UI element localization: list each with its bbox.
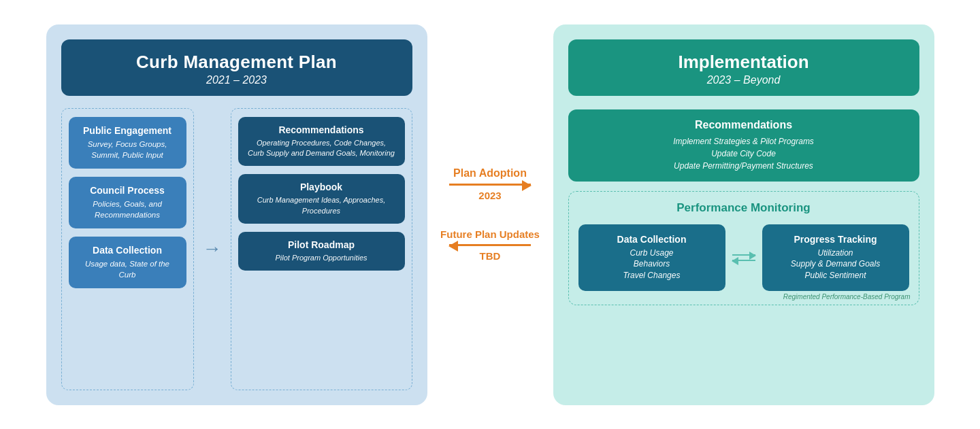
- left-content: Public Engagement Survey, Focus Groups, …: [61, 108, 412, 390]
- progress-tracking-box-title: Progress Tracking: [773, 234, 898, 245]
- data-collection-box-sub: Curb UsageBehaviorsTravel Changes: [589, 247, 715, 281]
- data-collection-left-title: Data Collection: [78, 245, 177, 256]
- plan-adoption-label: Plan Adoption: [453, 167, 527, 179]
- right-col-left-panel: Recommendations Operating Procedures, Co…: [231, 108, 412, 390]
- future-updates-year: TBD: [480, 250, 501, 262]
- public-engagement-item: Public Engagement Survey, Focus Groups, …: [69, 117, 186, 169]
- future-updates-label: Future Plan Updates: [440, 228, 540, 240]
- left-panel: Curb Management Plan 2021 – 2023 Public …: [46, 24, 427, 405]
- data-collection-box-title: Data Collection: [589, 234, 715, 245]
- playbook-title: Playbook: [248, 182, 395, 192]
- plan-adoption-block: Plan Adoption 2023: [449, 167, 531, 201]
- recommendations-right-sub: Implement Strategies & Pilot ProgramsUpd…: [581, 135, 907, 172]
- right-panel-years: 2023 – Beyond: [585, 74, 903, 86]
- data-collection-box: Data Collection Curb UsageBehaviorsTrave…: [578, 224, 725, 291]
- progress-tracking-box-sub: UtilizationSupply & Demand GoalsPublic S…: [773, 247, 898, 281]
- public-engagement-sub: Survey, Focus Groups, Summit, Public Inp…: [78, 139, 177, 160]
- pilot-roadmap-title: Pilot Roadmap: [248, 239, 395, 250]
- recommendations-left-sub: Operating Procedures, Code Changes, Curb…: [248, 138, 395, 159]
- council-process-item: Council Process Policies, Goals, and Rec…: [69, 177, 186, 228]
- data-collection-left-sub: Usage data, State of the Curb: [78, 258, 177, 280]
- pilot-roadmap-sub: Pilot Program Opportunities: [248, 253, 395, 263]
- diagram-container: Curb Management Plan 2021 – 2023 Public …: [20, 24, 960, 405]
- playbook-sub: Curb Management Ideas, Approaches, Proce…: [248, 195, 395, 216]
- future-updates-arrow-icon: [449, 244, 531, 246]
- arrow-left-icon: [732, 260, 755, 261]
- public-engagement-title: Public Engagement: [78, 125, 177, 136]
- plan-adoption-year: 2023: [478, 190, 501, 201]
- left-to-right-arrow: →: [202, 108, 223, 390]
- future-updates-block: Future Plan Updates TBD: [440, 228, 540, 262]
- left-col: Public Engagement Survey, Focus Groups, …: [61, 108, 194, 390]
- recommendations-left-title: Recommendations: [248, 124, 395, 135]
- left-panel-years: 2021 – 2023: [78, 74, 396, 86]
- right-panel-title: Implementation: [585, 52, 903, 73]
- playbook-item: Playbook Curb Management Ideas, Approach…: [238, 174, 405, 224]
- plan-adoption-arrow-icon: [449, 184, 531, 186]
- left-panel-title: Curb Management Plan: [78, 52, 396, 73]
- right-title-box: Implementation 2023 – Beyond: [568, 39, 919, 96]
- left-title-box: Curb Management Plan 2021 – 2023: [61, 39, 412, 96]
- arrow-right-icon: [732, 254, 755, 256]
- performance-monitoring-container: Performance Monitoring Data Collection C…: [568, 191, 919, 305]
- right-panel: Implementation 2023 – Beyond Recommendat…: [553, 24, 934, 405]
- recommendations-right-title: Recommendations: [581, 119, 907, 131]
- regimented-label: Regimented Performance-Based Program: [783, 293, 911, 301]
- double-arrows: [732, 254, 755, 261]
- performance-monitoring-title: Performance Monitoring: [578, 201, 909, 215]
- recommendations-left-item: Recommendations Operating Procedures, Co…: [238, 117, 405, 167]
- recommendations-right-block: Recommendations Implement Strategies & P…: [568, 109, 919, 182]
- council-process-title: Council Process: [78, 185, 177, 196]
- performance-monitoring-content: Data Collection Curb UsageBehaviorsTrave…: [578, 224, 909, 291]
- data-collection-left-item: Data Collection Usage data, State of the…: [69, 237, 186, 288]
- arrow-icon: →: [203, 238, 222, 260]
- pilot-roadmap-item: Pilot Roadmap Pilot Program Opportunitie…: [238, 232, 405, 271]
- middle-section: Plan Adoption 2023 Future Plan Updates T…: [427, 167, 553, 262]
- council-process-sub: Policies, Goals, and Recommendations: [78, 199, 177, 220]
- progress-tracking-box: Progress Tracking UtilizationSupply & De…: [762, 224, 909, 291]
